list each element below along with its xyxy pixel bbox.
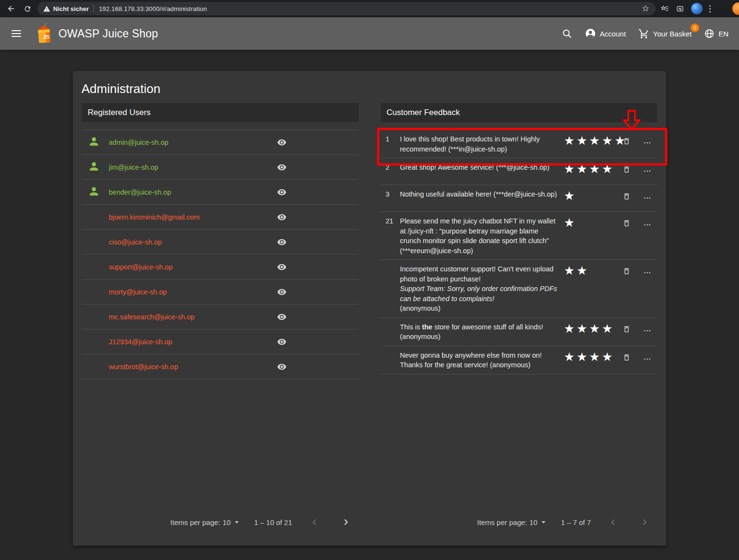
view-user-button[interactable] bbox=[270, 237, 294, 247]
user-status-icon-cell bbox=[82, 135, 109, 150]
feedback-id bbox=[381, 264, 400, 265]
previous-page-button[interactable] bbox=[305, 513, 324, 532]
view-user-button[interactable] bbox=[270, 163, 294, 172]
eye-icon bbox=[277, 212, 287, 222]
star-rating: ★ bbox=[564, 216, 608, 231]
user-row: morty@juice-sh.op bbox=[82, 280, 358, 304]
view-user-button[interactable] bbox=[270, 262, 294, 272]
delete-feedback-button[interactable] bbox=[615, 162, 638, 174]
delete-feedback-button[interactable] bbox=[615, 134, 638, 146]
delete-feedback-button[interactable] bbox=[615, 350, 638, 362]
eye-icon bbox=[277, 312, 287, 322]
user-row: mc.safesearch@juice-sh.op bbox=[82, 304, 358, 329]
feedback-row: Incompetent customer support! Can't even… bbox=[381, 260, 658, 318]
view-user-button[interactable] bbox=[270, 312, 294, 322]
user-email: ciso@juice-sh.op bbox=[109, 238, 270, 246]
feedback-row: 2Great shop! Awesome service! (***@juice… bbox=[381, 158, 658, 185]
star-icon: ★ bbox=[602, 134, 612, 147]
feedback-more-button[interactable]: ... bbox=[638, 264, 657, 275]
delete-feedback-button[interactable] bbox=[615, 264, 638, 276]
star-icon: ★ bbox=[602, 162, 612, 175]
star-icon: ★ bbox=[602, 350, 612, 363]
basket-count-badge: 0 bbox=[691, 23, 699, 32]
feedback-row: 21Please send me the juicy chatbot NFT i… bbox=[381, 212, 658, 260]
feedback-comment: This is the store for awesome stuff of a… bbox=[400, 322, 558, 342]
feedback-more-button[interactable]: ... bbox=[638, 350, 657, 361]
feedback-more-button[interactable]: ... bbox=[638, 216, 657, 227]
search-button[interactable] bbox=[562, 28, 572, 39]
users-paginator: Items per page: 10 1 – 10 of 21 bbox=[170, 509, 358, 536]
star-icon: ★ bbox=[589, 350, 600, 363]
security-chip[interactable]: Nicht sicher bbox=[43, 5, 89, 12]
feedback-more-button[interactable]: ... bbox=[638, 189, 657, 200]
bookmarks-sidepanel-icon[interactable] bbox=[660, 4, 669, 13]
feedback-panel-title: Customer Feedback bbox=[381, 103, 658, 122]
trash-icon bbox=[623, 165, 631, 174]
browser-menu-icon[interactable] bbox=[709, 5, 711, 12]
cart-icon bbox=[638, 28, 649, 39]
search-icon bbox=[562, 28, 572, 39]
delete-feedback-button[interactable] bbox=[615, 189, 638, 201]
chevron-left-icon bbox=[309, 516, 320, 528]
view-user-button[interactable] bbox=[270, 138, 294, 147]
eye-icon bbox=[277, 237, 287, 247]
next-page-button[interactable] bbox=[336, 513, 356, 532]
users-page-size-select[interactable]: 10 bbox=[223, 518, 231, 526]
chevron-left-icon bbox=[607, 516, 619, 528]
star-icon: ★ bbox=[564, 322, 575, 335]
user-email: wurstbrot@juice-sh.op bbox=[109, 363, 270, 371]
feedback-more-button[interactable]: ... bbox=[638, 162, 657, 173]
eye-icon bbox=[277, 287, 287, 297]
delete-feedback-button[interactable] bbox=[615, 216, 638, 228]
delete-feedback-button[interactable] bbox=[615, 322, 638, 334]
user-row: bender@juice-sh.op bbox=[82, 180, 358, 205]
user-status-icon-cell bbox=[82, 185, 109, 199]
previous-page-button[interactable] bbox=[603, 513, 623, 532]
view-user-button[interactable] bbox=[270, 287, 294, 297]
users-items-per-page: Items per page: 10 bbox=[170, 518, 239, 526]
view-user-button[interactable] bbox=[270, 337, 294, 347]
svg-text:JS: JS bbox=[43, 34, 49, 40]
view-user-button[interactable] bbox=[270, 187, 294, 197]
feedback-more-button[interactable]: ... bbox=[638, 134, 657, 145]
trash-icon bbox=[623, 219, 631, 228]
back-button[interactable] bbox=[3, 1, 19, 16]
address-bar[interactable]: Nicht sicher 192.168.178.33:3000/#/admin… bbox=[37, 2, 656, 15]
hamburger-menu-icon[interactable] bbox=[12, 30, 21, 37]
feedback-comment: Never gonna buy anywhere else from now o… bbox=[400, 350, 558, 370]
basket-label: Your Basket bbox=[653, 30, 692, 38]
user-email: morty@juice-sh.op bbox=[109, 288, 270, 296]
account-menu-button[interactable]: Account bbox=[585, 28, 626, 39]
feedback-page-size-select[interactable]: 10 bbox=[530, 518, 538, 526]
feedback-id: 3 bbox=[381, 189, 400, 198]
user-row: jim@juice-sh.op bbox=[82, 155, 358, 180]
feedback-row: Never gonna buy anywhere else from now o… bbox=[381, 346, 658, 374]
reload-button[interactable] bbox=[19, 1, 35, 16]
feedback-comment: Incompetent customer support! Can't even… bbox=[400, 264, 558, 314]
extension-icon[interactable] bbox=[676, 4, 684, 13]
feedback-row: 1I love this shop! Best products in town… bbox=[381, 130, 658, 158]
profile-avatar[interactable] bbox=[691, 3, 703, 14]
next-page-button[interactable] bbox=[635, 513, 654, 532]
feedback-comment: Please send me the juicy chatbot NFT in … bbox=[400, 216, 558, 256]
user-row: bjoern.kimminich@gmail.com bbox=[82, 205, 358, 230]
basket-button[interactable]: Your Basket 0 bbox=[638, 28, 692, 39]
url-text[interactable]: 192.168.178.33:3000/#/administration bbox=[99, 5, 207, 12]
feedback-id: 1 bbox=[381, 134, 400, 143]
users-table-body: admin@juice-sh.opjim@juice-sh.opbender@j… bbox=[82, 129, 358, 379]
user-email: support@juice-sh.op bbox=[109, 263, 270, 271]
feedback-more-button[interactable]: ... bbox=[638, 322, 657, 333]
view-user-button[interactable] bbox=[270, 212, 294, 222]
person-icon-wrap bbox=[88, 185, 100, 199]
juice-shop-logo: JS bbox=[34, 22, 54, 46]
language-menu-button[interactable]: EN bbox=[704, 28, 728, 39]
person-icon bbox=[88, 160, 100, 173]
partial-avatar-icon[interactable] bbox=[732, 2, 739, 15]
feedback-range-label: 1 – 7 of 7 bbox=[561, 518, 591, 526]
view-user-button[interactable] bbox=[270, 362, 294, 372]
star-icon: ★ bbox=[577, 162, 587, 175]
eye-icon bbox=[277, 337, 287, 347]
user-row: support@juice-sh.op bbox=[82, 255, 358, 280]
bookmark-star-icon[interactable] bbox=[641, 4, 650, 13]
star-rating: ★★★★ bbox=[564, 322, 608, 337]
